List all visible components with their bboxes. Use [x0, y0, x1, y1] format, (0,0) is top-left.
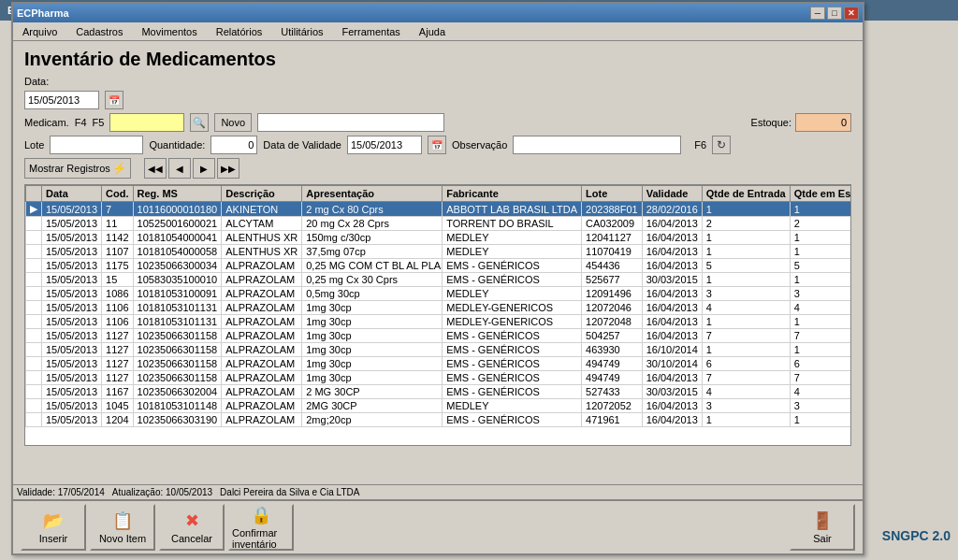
- cell-apresentacao: 2MG 30CP: [302, 399, 443, 413]
- menu-ferramentas[interactable]: Ferramentas: [337, 24, 406, 39]
- medicam-desc-input[interactable]: [257, 113, 444, 132]
- table-row[interactable]: 15/05/2013112710235066301158ALPRAZOLAM1m…: [26, 329, 852, 343]
- nav-first-btn[interactable]: ◀◀: [144, 158, 167, 179]
- cell-descricao: ALPRAZOLAM: [222, 287, 302, 301]
- table-row[interactable]: 15/05/2013120410235066303190ALPRAZOLAM2m…: [26, 413, 852, 427]
- cell-descricao: ALPRAZOLAM: [222, 371, 302, 385]
- table-row[interactable]: 15/05/20131510583035100010ALPRAZOLAM0,25…: [26, 273, 852, 287]
- medicam-label: Medicam.: [24, 117, 69, 128]
- lote-input[interactable]: [50, 136, 143, 154]
- cell-data: 15/05/2013: [42, 357, 102, 371]
- novo-item-button[interactable]: 📋 Novo Item: [90, 504, 155, 551]
- minimize-button[interactable]: ─: [810, 7, 825, 20]
- cell-qtde-entrada: 4: [702, 301, 790, 315]
- cell-validade: 30/03/2015: [642, 385, 702, 399]
- cell-validade: 16/04/2013: [642, 329, 702, 343]
- cell-data: 15/05/2013: [42, 301, 102, 315]
- row-indicator: [26, 231, 42, 245]
- cell-descricao: ALPRAZOLAM: [222, 357, 302, 371]
- row-indicator: [26, 245, 42, 259]
- menu-movimentos[interactable]: Movimentos: [136, 24, 202, 39]
- cell-descricao: ALPRAZOLAM: [222, 259, 302, 273]
- cell-descricao: ALENTHUS XR: [222, 245, 302, 259]
- cell-qtde-estoque: 7: [790, 329, 851, 343]
- table-row[interactable]: 15/05/2013112710235066301158ALPRAZOLAM1m…: [26, 343, 852, 357]
- cancelar-button[interactable]: ✖ Cancelar: [159, 504, 225, 551]
- inserir-button[interactable]: 📂 Inserir: [21, 504, 86, 551]
- cell-qtde-entrada: 1: [702, 315, 790, 329]
- cell-descricao: ALPRAZOLAM: [222, 385, 302, 399]
- cell-cod: 1175: [102, 259, 133, 273]
- data-validade-label: Data de Validade: [263, 139, 341, 151]
- confirmar-inventario-button[interactable]: 🔒 Confirmar inventário: [228, 504, 294, 551]
- validade-calendar-btn[interactable]: 📅: [428, 136, 446, 154]
- table-row[interactable]: 15/05/2013110710181054000058ALENTHUS XR3…: [26, 245, 852, 259]
- cell-data: 15/05/2013: [42, 231, 102, 245]
- table-row[interactable]: 15/05/2013117510235066300034ALPRAZOLAM0,…: [26, 259, 852, 273]
- nav-prev-btn[interactable]: ◀: [168, 158, 191, 179]
- cell-validade: 16/04/2013: [642, 315, 702, 329]
- cell-reg-ms: 10181053100091: [133, 287, 222, 301]
- menu-utilitarios[interactable]: Utilitários: [275, 24, 328, 39]
- table-row[interactable]: 15/05/2013104510181053101148ALPRAZOLAM2M…: [26, 399, 852, 413]
- table-row[interactable]: 15/05/2013108610181053100091ALPRAZOLAM0,…: [26, 287, 852, 301]
- cell-apresentacao: 0,25 MG COM CT BL AL PLAS INC: [302, 259, 443, 273]
- cell-lote: 471961: [582, 413, 643, 427]
- maximize-button[interactable]: □: [827, 7, 842, 20]
- menu-cadastros[interactable]: Cadastros: [70, 24, 128, 39]
- cell-fabricante: TORRENT DO BRASIL: [443, 217, 582, 231]
- table-row[interactable]: 15/05/2013116710235066302004ALPRAZOLAM2 …: [26, 385, 852, 399]
- row-indicator: [26, 371, 42, 385]
- cell-cod: 1127: [102, 357, 133, 371]
- cell-data: 15/05/2013: [42, 259, 102, 273]
- menu-relatorios[interactable]: Relatórios: [210, 24, 269, 39]
- medicam-search-btn[interactable]: 🔍: [190, 113, 209, 132]
- table-row[interactable]: 15/05/2013112710235066301158ALPRAZOLAM1m…: [26, 357, 852, 371]
- row-indicator: [26, 287, 42, 301]
- cell-apresentacao: 2mg;20cp: [302, 413, 443, 427]
- cell-descricao: AKINETON: [222, 202, 302, 217]
- observacao-input[interactable]: [513, 136, 681, 154]
- row-indicator: [26, 217, 42, 231]
- cell-cod: 15: [102, 273, 133, 287]
- close-button[interactable]: ✕: [844, 7, 859, 20]
- cell-descricao: ALPRAZOLAM: [222, 273, 302, 287]
- menu-arquivo[interactable]: Arquivo: [17, 24, 63, 39]
- table-row[interactable]: 15/05/20131110525001600021ALCYTAM20 mg C…: [26, 217, 852, 231]
- cell-data: 15/05/2013: [42, 413, 102, 427]
- data-calendar-btn[interactable]: 📅: [105, 91, 123, 109]
- cell-qtde-entrada: 7: [702, 329, 790, 343]
- sair-icon: 🚪: [812, 510, 833, 531]
- novo-button[interactable]: Novo: [214, 113, 252, 132]
- quantidade-input[interactable]: [210, 136, 257, 154]
- table-row[interactable]: 15/05/2013110610181053101131ALPRAZOLAM1m…: [26, 315, 852, 329]
- mostrar-label: Mostrar Registros: [29, 163, 110, 174]
- cell-qtde-entrada: 2: [702, 217, 790, 231]
- col-data: Data: [42, 186, 102, 202]
- table-row[interactable]: 15/05/2013110610181053101131ALPRAZOLAM1m…: [26, 301, 852, 315]
- inner-window: ECPharma ─ □ ✕ Arquivo Cadastros Movimen…: [11, 2, 864, 555]
- cell-lote: 12041127: [582, 231, 643, 245]
- cell-qtde-estoque: 1: [790, 245, 851, 259]
- nav-last-btn[interactable]: ▶▶: [217, 158, 240, 179]
- cell-reg-ms: 10235066301158: [133, 343, 222, 357]
- cell-reg-ms: 10181054000058: [133, 245, 222, 259]
- sair-button[interactable]: 🚪 Sair: [790, 504, 855, 551]
- table-row[interactable]: ▶15/05/2013710116000010180AKINETON2 mg C…: [26, 202, 852, 217]
- cell-qtde-estoque: 4: [790, 385, 851, 399]
- window-titlebar: ECPharma ─ □ ✕: [13, 4, 863, 22]
- table-row[interactable]: 15/05/2013114210181054000041ALENTHUS XR1…: [26, 231, 852, 245]
- cell-cod: 1142: [102, 231, 133, 245]
- medicam-input[interactable]: [109, 113, 184, 132]
- menu-ajuda[interactable]: Ajuda: [414, 24, 451, 39]
- refresh-btn[interactable]: ↻: [712, 136, 731, 154]
- table-row[interactable]: 15/05/2013112710235066301158ALPRAZOLAM1m…: [26, 371, 852, 385]
- cell-validade: 16/04/2013: [642, 259, 702, 273]
- nav-next-btn[interactable]: ▶: [193, 158, 215, 179]
- data-input[interactable]: [24, 91, 99, 109]
- sngpc-badge: SNGPC 2.0: [882, 528, 951, 543]
- data-validade-input[interactable]: [347, 136, 422, 154]
- mostrar-registros-btn[interactable]: Mostrar Registros ⚡: [24, 158, 131, 179]
- cell-qtde-entrada: 1: [702, 231, 790, 245]
- cell-qtde-entrada: 5: [702, 259, 790, 273]
